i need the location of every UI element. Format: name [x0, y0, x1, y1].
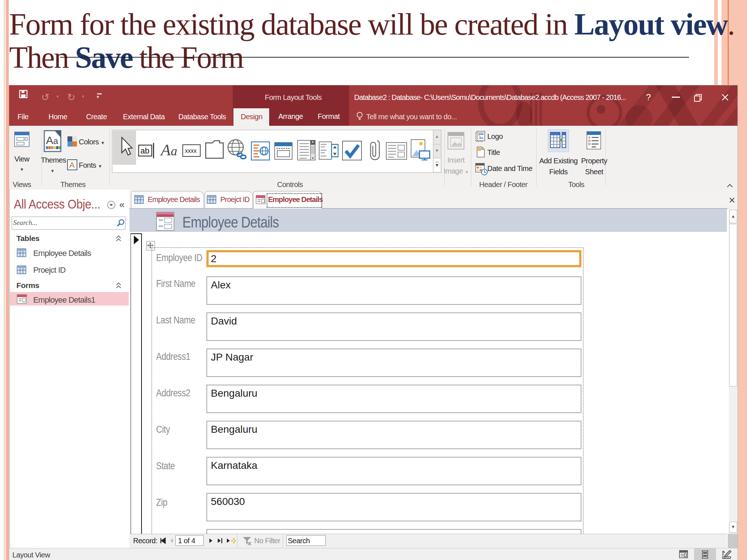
- svg-text:ab: ab: [140, 146, 149, 155]
- svg-text:A: A: [46, 134, 53, 146]
- svg-text:a: a: [53, 136, 58, 146]
- svg-text:xxxx: xxxx: [185, 148, 197, 154]
- svg-text:A: A: [69, 160, 75, 170]
